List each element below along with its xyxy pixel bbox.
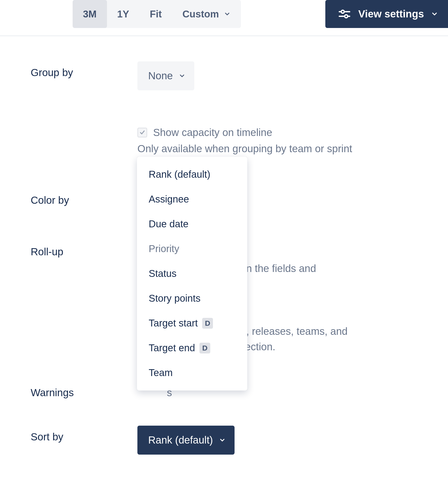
- sort-option-team[interactable]: Team: [137, 360, 247, 385]
- zoom-3m-label: 3M: [83, 9, 97, 20]
- sort-option-label: Team: [149, 367, 173, 378]
- group-by-dropdown[interactable]: None: [137, 61, 194, 90]
- sort-option-story-points[interactable]: Story points: [137, 286, 247, 311]
- view-settings-label: View settings: [358, 8, 424, 20]
- sort-option-target-end[interactable]: Target end D: [137, 336, 247, 360]
- sort-option-target-start[interactable]: Target start D: [137, 311, 247, 336]
- zoom-1y-button[interactable]: 1Y: [107, 0, 140, 28]
- svg-point-3: [345, 15, 348, 18]
- color-by-label: Color by: [31, 189, 137, 206]
- chevron-down-icon: [219, 437, 226, 444]
- date-badge: D: [199, 343, 210, 353]
- group-by-label: Group by: [31, 61, 137, 79]
- roll-up-label: Roll-up: [31, 241, 137, 258]
- sort-option-label: Target end: [149, 342, 195, 353]
- sort-option-assignee[interactable]: Assignee: [137, 187, 247, 212]
- sort-option-label: Status: [149, 268, 176, 279]
- chevron-down-icon: [224, 11, 231, 17]
- sort-option-label: Due date: [149, 218, 188, 230]
- sort-option-label: Target start: [149, 318, 198, 329]
- sort-option-label: Rank (default): [149, 169, 210, 180]
- zoom-button-group: 3M 1Y Fit Custom: [73, 0, 241, 28]
- sort-option-label: Story points: [149, 293, 200, 304]
- sort-option-priority[interactable]: Priority: [137, 236, 247, 261]
- sliders-icon: [338, 7, 351, 21]
- sort-option-label: Assignee: [149, 194, 189, 205]
- zoom-custom-button[interactable]: Custom: [172, 0, 241, 28]
- capacity-checkbox[interactable]: [137, 128, 147, 137]
- capacity-checkbox-row: Show capacity on timeline: [137, 127, 433, 138]
- capacity-block: Show capacity on timeline Only available…: [137, 127, 433, 155]
- chevron-down-icon: [431, 10, 438, 18]
- zoom-custom-label: Custom: [182, 9, 219, 20]
- sort-option-label: Priority: [149, 243, 179, 254]
- zoom-fit-button[interactable]: Fit: [140, 0, 172, 28]
- sort-option-status[interactable]: Status: [137, 261, 247, 286]
- sort-by-value: Rank (default): [148, 434, 213, 446]
- warnings-label: Warnings: [31, 381, 137, 399]
- capacity-help-text: Only available when grouping by team or …: [137, 143, 433, 155]
- svg-point-1: [341, 10, 344, 13]
- date-badge: D: [202, 318, 213, 329]
- sort-by-row: Sort by Rank (default): [31, 426, 433, 455]
- group-by-value: None: [148, 70, 173, 82]
- sort-option-due-date[interactable]: Due date: [137, 212, 247, 236]
- capacity-checkbox-label: Show capacity on timeline: [153, 127, 272, 138]
- zoom-fit-label: Fit: [150, 9, 162, 20]
- group-by-row: Group by None: [31, 61, 433, 90]
- sort-by-menu: Rank (default) Assignee Due date Priorit…: [137, 157, 247, 391]
- sort-by-dropdown[interactable]: Rank (default): [137, 426, 235, 455]
- sort-by-label: Sort by: [31, 426, 137, 443]
- zoom-1y-label: 1Y: [117, 9, 129, 20]
- sort-option-rank[interactable]: Rank (default): [137, 162, 247, 187]
- chevron-down-icon: [179, 72, 185, 79]
- view-settings-button[interactable]: View settings: [325, 0, 448, 28]
- top-toolbar: 3M 1Y Fit Custom View settings: [0, 0, 448, 36]
- zoom-3m-button[interactable]: 3M: [73, 0, 107, 28]
